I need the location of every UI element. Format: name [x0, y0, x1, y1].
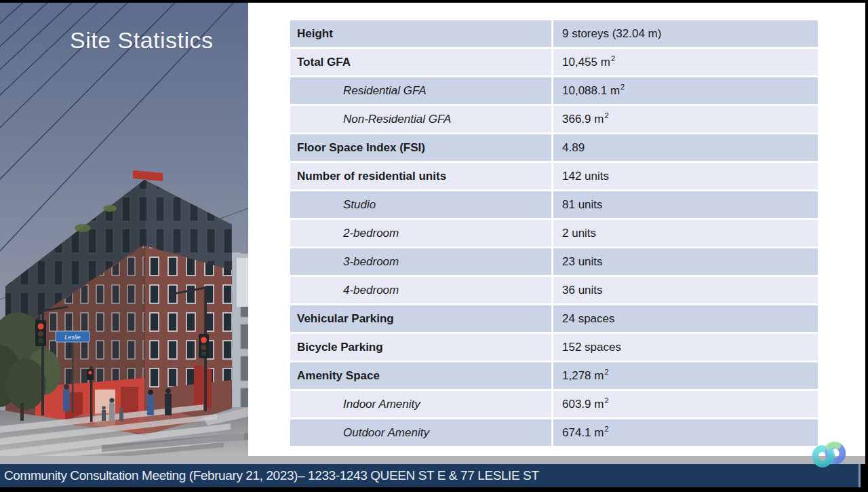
presentation-slide: Leslie: [0, 3, 865, 456]
row-value: 81 units: [553, 191, 818, 218]
row-value: 603.9 m2: [553, 391, 818, 417]
row-label: Vehicular Parking: [290, 305, 551, 332]
row-value: 23 units: [553, 248, 818, 275]
row-value: 10,455 m2: [553, 49, 818, 75]
row-label: Number of residential units: [290, 163, 551, 189]
row-value: 674.1 m2: [553, 419, 818, 446]
row-label: Outdoor Amenity: [290, 419, 551, 446]
table-row: Vehicular Parking 24 spaces: [290, 305, 818, 332]
webex-logo-icon: [810, 438, 848, 472]
row-value: 2 units: [553, 220, 818, 246]
row-label: 3-bedroom: [290, 248, 551, 275]
table-row: Non-Residential GFA 366.9 m2: [290, 106, 818, 132]
table-row: Outdoor Amenity 674.1 m2: [290, 419, 818, 446]
bottom-gray-strip: [0, 456, 865, 464]
webex-logo: [810, 438, 848, 472]
row-label: Total GFA: [290, 49, 551, 75]
building-rendering-photo: Leslie: [0, 3, 248, 456]
row-value: 366.9 m2: [553, 106, 818, 132]
footer-text: Community Consultation Meeting (February…: [4, 468, 539, 483]
table-row: 2-bedroom 2 units: [290, 220, 818, 246]
table-row: Residential GFA 10,088.1 m2: [290, 77, 818, 104]
row-label: 4-bedroom: [290, 277, 551, 303]
row-value: 142 units: [553, 163, 818, 189]
table-row: Studio 81 units: [290, 191, 818, 218]
row-label: Amenity Space: [290, 362, 551, 389]
table-row: 4-bedroom 36 units: [290, 277, 818, 303]
row-label: Studio: [290, 191, 551, 218]
table-row: Bicycle Parking 152 spaces: [290, 334, 818, 360]
row-label: Height: [290, 20, 551, 47]
row-value: 24 spaces: [553, 305, 818, 332]
row-value: 1,278 m2: [553, 362, 818, 389]
table-row: Total GFA 10,455 m2: [290, 49, 818, 75]
footer-bar: Community Consultation Meeting (February…: [0, 464, 861, 487]
row-label: 2-bedroom: [290, 220, 551, 246]
table-row: Amenity Space 1,278 m2: [290, 362, 818, 389]
row-label: Floor Space Index (FSI): [290, 134, 551, 161]
row-value: 4.89: [553, 134, 818, 161]
row-value: 10,088.1 m2: [553, 77, 818, 104]
row-label: Bicycle Parking: [290, 334, 551, 360]
row-value: 9 storeys (32.04 m): [553, 20, 818, 47]
table-row: Floor Space Index (FSI) 4.89: [290, 134, 818, 161]
page-title: Site Statistics: [70, 27, 214, 54]
row-label: Residential GFA: [290, 77, 551, 104]
site-statistics-table: Height 9 storeys (32.04 m) Total GFA 10,…: [290, 20, 818, 448]
table-row: 3-bedroom 23 units: [290, 248, 818, 275]
street-sign-label: Leslie: [64, 334, 81, 341]
building-rendering-image: Leslie: [0, 3, 248, 456]
row-value: 36 units: [553, 277, 818, 303]
table-row: Number of residential units 142 units: [290, 163, 818, 189]
row-label: Indoor Amenity: [290, 391, 551, 417]
shared-screen: Leslie: [0, 0, 868, 492]
table-row: Height 9 storeys (32.04 m): [290, 20, 818, 47]
table-row: Indoor Amenity 603.9 m2: [290, 391, 818, 417]
row-value: 152 spaces: [553, 334, 818, 360]
row-label: Non-Residential GFA: [290, 106, 551, 132]
